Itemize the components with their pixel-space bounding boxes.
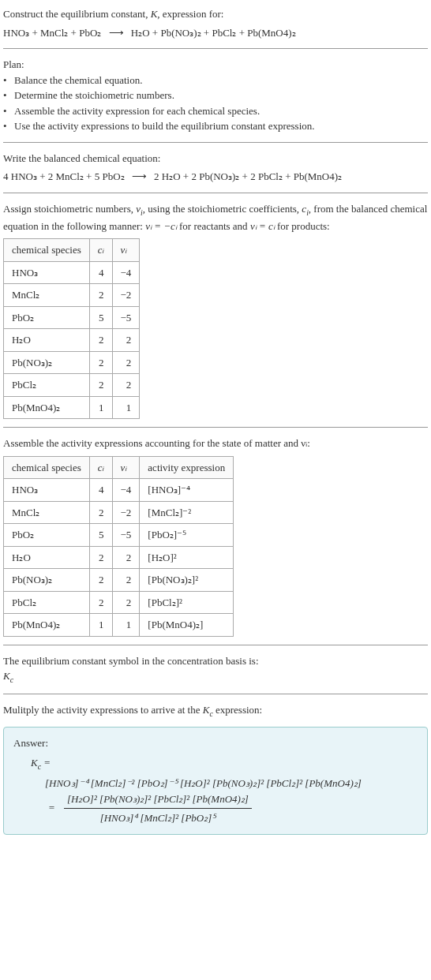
- balanced-title: Write the balanced chemical equation:: [3, 151, 428, 166]
- col-activity: activity expression: [140, 456, 234, 479]
- plan-item: •Use the activity expressions to build t…: [3, 118, 428, 134]
- cell-c: 2: [89, 351, 112, 374]
- kc-k: K: [3, 670, 10, 682]
- balanced-section: Write the balanced chemical equation: 4 …: [3, 151, 428, 185]
- answer-numerator: [H₂O]² [Pb(NO₃)₂]² [PbCl₂]² [Pb(MnO4)₂]: [64, 791, 252, 810]
- col-species: chemical species: [4, 239, 90, 262]
- cell-nu: −2: [112, 501, 140, 524]
- activity-table: chemical species cᵢ νᵢ activity expressi…: [3, 456, 234, 637]
- plan-item-text: Assemble the activity expression for eac…: [14, 103, 260, 119]
- cell-species: PbO₂: [4, 306, 90, 329]
- bullet-icon: •: [3, 88, 14, 103]
- cell-nu: −4: [112, 261, 140, 284]
- cell-activity: [HNO₃]⁻⁴: [140, 479, 234, 502]
- cell-c: 2: [89, 569, 112, 592]
- cell-activity: [PbO₂]⁻⁵: [140, 524, 234, 547]
- table-row: MnCl₂2−2: [4, 284, 140, 307]
- cell-nu: 2: [112, 329, 140, 352]
- col-ci: cᵢ: [89, 239, 112, 262]
- answer-label: Answer:: [13, 735, 418, 751]
- plan-item-text: Balance the chemical equation.: [14, 73, 142, 88]
- table-row: Pb(NO₃)₂22: [4, 351, 140, 374]
- multiply-text-b: expression:: [213, 704, 262, 716]
- cell-nu: 2: [112, 351, 140, 374]
- eq-const-text: The equilibrium constant symbol in the c…: [3, 653, 428, 669]
- rel2: νᵢ = cᵢ: [250, 220, 275, 232]
- divider: [3, 193, 428, 193]
- cell-activity: [Pb(NO₃)₂]²: [140, 569, 234, 592]
- cell-species: Pb(NO₃)₂: [4, 569, 90, 592]
- table-row: PbCl₂22: [4, 374, 140, 397]
- cell-nu: 1: [112, 614, 140, 637]
- stoich-text-d: for reactants and: [177, 220, 250, 232]
- intro-equation: HNO₃ + MnCl₂ + PbO₂ ⟶ H₂O + Pb(NO₃)₂ + P…: [3, 25, 428, 41]
- activity-intro: Assemble the activity expressions accoun…: [3, 436, 428, 451]
- table-header-row: chemical species cᵢ νᵢ: [4, 239, 140, 262]
- stoich-text-b: , using the stoichiometric coefficients,: [143, 203, 302, 215]
- answer-fraction: [H₂O]² [Pb(NO₃)₂]² [PbCl₂]² [Pb(MnO4)₂] …: [64, 791, 252, 826]
- table-row: Pb(MnO4)₂11: [4, 396, 140, 419]
- table-row: HNO₃4−4[HNO₃]⁻⁴: [4, 479, 234, 502]
- bullet-icon: •: [3, 73, 14, 88]
- col-ci: cᵢ: [89, 456, 112, 479]
- plan-item: •Balance the chemical equation.: [3, 73, 428, 88]
- plan-item-text: Determine the stoichiometric numbers.: [14, 88, 174, 103]
- plan-section: Plan: •Balance the chemical equation. •D…: [3, 57, 428, 134]
- cell-nu: 2: [112, 546, 140, 569]
- cell-c: 2: [89, 284, 112, 307]
- activity-section: Assemble the activity expressions accoun…: [3, 436, 428, 637]
- table-row: Pb(MnO4)₂11[Pb(MnO4)₂]: [4, 614, 234, 637]
- table-row: PbO₂5−5[PbO₂]⁻⁵: [4, 524, 234, 547]
- cell-nu: −5: [112, 306, 140, 329]
- intro-eq-lhs: HNO₃ + MnCl₂ + PbO₂: [3, 27, 101, 39]
- eq-const-section: The equilibrium constant symbol in the c…: [3, 653, 428, 686]
- balanced-rhs: 2 H₂O + 2 Pb(NO₃)₂ + 2 PbCl₂ + Pb(MnO4)₂: [154, 170, 342, 182]
- stoich-text-e: for products:: [275, 220, 330, 232]
- stoich-table: chemical species cᵢ νᵢ HNO₃4−4 MnCl₂2−2 …: [3, 238, 140, 419]
- answer-frac-line: = [H₂O]² [Pb(NO₃)₂]² [PbCl₂]² [Pb(MnO4)₂…: [45, 791, 418, 826]
- cell-species: HNO₃: [4, 261, 90, 284]
- table-row: H₂O22[H₂O]²: [4, 546, 234, 569]
- answer-box: Answer: Kc = [HNO₃]⁻⁴ [MnCl₂]⁻² [PbO₂]⁻⁵…: [3, 727, 428, 835]
- bullet-icon: •: [3, 118, 14, 134]
- cell-nu: 1: [112, 396, 140, 419]
- col-species: chemical species: [4, 456, 90, 479]
- cell-c: 4: [89, 261, 112, 284]
- table-row: HNO₃4−4: [4, 261, 140, 284]
- arrow-icon: ⟶: [109, 27, 124, 39]
- stoich-assign-section: Assign stoichiometric numbers, νi, using…: [3, 201, 428, 420]
- cell-species: PbCl₂: [4, 591, 90, 614]
- plan-item-text: Use the activity expressions to build th…: [14, 118, 315, 134]
- intro-text-b: , expression for:: [157, 8, 223, 20]
- answer-kc-line: Kc =: [31, 755, 418, 772]
- multiply-section: Mulitply the activity expressions to arr…: [3, 702, 428, 720]
- cell-species: MnCl₂: [4, 284, 90, 307]
- cell-species: PbO₂: [4, 524, 90, 547]
- answer-equals: =: [41, 757, 51, 769]
- plan-item: •Assemble the activity expression for ea…: [3, 103, 428, 119]
- cell-c: 1: [89, 614, 112, 637]
- kc-symbol: Kc: [3, 668, 428, 686]
- cell-species: Pb(NO₃)₂: [4, 351, 90, 374]
- arrow-icon: ⟶: [132, 170, 147, 182]
- cell-c: 2: [89, 501, 112, 524]
- cell-nu: −2: [112, 284, 140, 307]
- intro-section: Construct the equilibrium constant, K, e…: [3, 6, 428, 40]
- answer-denominator: [HNO₃]⁴ [MnCl₂]² [PbO₂]⁵: [64, 809, 252, 826]
- plan-item: •Determine the stoichiometric numbers.: [3, 88, 428, 103]
- cell-activity: [MnCl₂]⁻²: [140, 501, 234, 524]
- cell-species: H₂O: [4, 329, 90, 352]
- rel1: νᵢ = −cᵢ: [145, 220, 177, 232]
- intro-text-a: Construct the equilibrium constant,: [3, 8, 151, 20]
- divider: [3, 427, 428, 428]
- cell-c: 2: [89, 591, 112, 614]
- table-row: Pb(NO₃)₂22[Pb(NO₃)₂]²: [4, 569, 234, 592]
- cell-species: Pb(MnO4)₂: [4, 396, 90, 419]
- intro-eq-rhs: H₂O + Pb(NO₃)₂ + PbCl₂ + Pb(MnO4)₂: [131, 27, 296, 39]
- divider: [3, 48, 428, 49]
- cell-nu: 2: [112, 569, 140, 592]
- divider: [3, 694, 428, 694]
- kc-k: K: [31, 757, 38, 769]
- table-row: H₂O22: [4, 329, 140, 352]
- cell-species: PbCl₂: [4, 374, 90, 397]
